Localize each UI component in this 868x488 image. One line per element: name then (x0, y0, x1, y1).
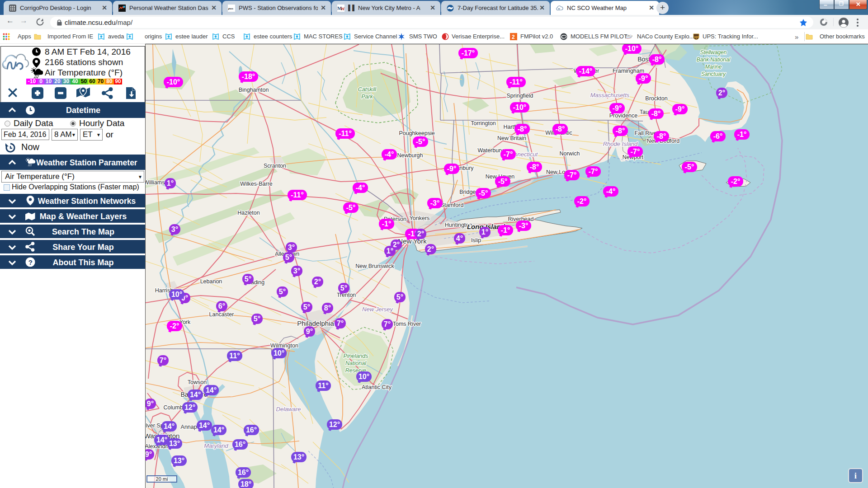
svg-text:Stellwagen: Stellwagen (700, 49, 727, 56)
svg-text:Delaware: Delaware (276, 406, 301, 413)
svg-text:Poughkeepsie: Poughkeepsie (399, 130, 434, 136)
svg-text:Waterbury: Waterbury (477, 147, 504, 154)
svg-text:Newburgh: Newburgh (397, 152, 423, 159)
svg-text:Lancaster: Lancaster (209, 311, 234, 318)
svg-text:Catskill: Catskill (358, 86, 377, 93)
svg-text:Bank National: Bank National (697, 56, 731, 63)
svg-text:Sanctuary: Sanctuary (701, 71, 726, 77)
svg-text:Brockton: Brockton (645, 95, 667, 102)
svg-text:Islip: Islip (471, 237, 481, 244)
svg-text:National: National (345, 360, 367, 366)
svg-text:Philadelphia: Philadelphia (297, 319, 334, 327)
svg-text:2: 2 (512, 34, 515, 40)
svg-text:Springfield: Springfield (506, 93, 533, 99)
svg-text:Lebanon: Lebanon (200, 278, 222, 285)
svg-text:Norwich: Norwich (559, 150, 580, 157)
svg-text:Massachusetts: Massachusetts (590, 92, 630, 99)
svg-text:New Brunswick: New Brunswick (355, 263, 394, 269)
svg-text:New Jersey: New Jersey (362, 306, 393, 313)
svg-text:Wilkes-Barre: Wilkes-Barre (240, 181, 273, 187)
svg-text:NACo: NACo (625, 34, 632, 37)
svg-text:Maryland: Maryland (204, 442, 228, 449)
svg-text:Towson: Towson (188, 379, 207, 385)
svg-text:W: W (340, 6, 344, 11)
svg-text:Binghamton: Binghamton (239, 87, 269, 93)
svg-text:New Britain: New Britain (497, 135, 526, 141)
svg-text:Atlantic City: Atlantic City (362, 384, 392, 390)
svg-text:Yonkers: Yonkers (410, 215, 430, 221)
svg-text:Marine: Marine (705, 64, 722, 70)
svg-text:pws: pws (228, 7, 233, 10)
svg-text:Park: Park (361, 94, 373, 100)
svg-text:Hazleton: Hazleton (237, 210, 259, 216)
svg-text:Toms River: Toms River (393, 321, 421, 327)
svg-text:Stamford: Stamford (441, 202, 464, 208)
svg-text:Scranton: Scranton (264, 163, 286, 169)
svg-text:Pinelands: Pinelands (344, 353, 368, 359)
svg-text:Torrington: Torrington (471, 120, 496, 127)
svg-text:ups: ups (694, 35, 699, 39)
